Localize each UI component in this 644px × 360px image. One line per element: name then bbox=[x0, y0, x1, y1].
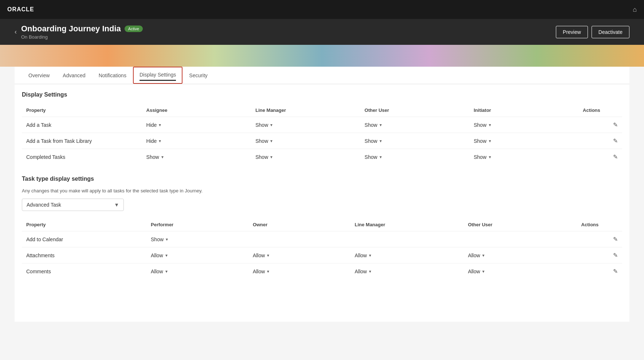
status-badge: Active bbox=[125, 26, 143, 32]
chevron-down-icon: ▾ bbox=[380, 122, 382, 128]
tt-col-owner: Owner bbox=[248, 218, 350, 231]
content-area: Display Settings Property Assignee Line … bbox=[15, 84, 629, 297]
ds-otheruser-0[interactable]: Show ▾ bbox=[360, 117, 470, 133]
ds-assignee-2[interactable]: Show ▾ bbox=[142, 149, 251, 165]
preview-button[interactable]: Preview bbox=[556, 26, 588, 38]
ds-property-0: Add a Task bbox=[22, 117, 142, 133]
ds-actions-2: ✎ bbox=[578, 149, 622, 165]
tt-linemanager-0 bbox=[350, 231, 464, 247]
tt-col-linemanager: Line Manager bbox=[350, 218, 464, 231]
tt-linemanager-1[interactable]: Allow ▾ bbox=[350, 247, 464, 263]
ds-actions-0: ✎ bbox=[578, 117, 622, 133]
home-icon[interactable]: ⌂ bbox=[633, 6, 637, 13]
back-button[interactable]: ‹ bbox=[15, 28, 17, 36]
ds-otheruser-1[interactable]: Show ▾ bbox=[360, 133, 470, 149]
tt-owner-2[interactable]: Allow ▾ bbox=[248, 263, 350, 279]
ds-linemanager-0[interactable]: Show ▾ bbox=[251, 117, 360, 133]
tt-actions-2: ✎ bbox=[577, 263, 622, 279]
ds-property-2: Completed Tasks bbox=[22, 149, 142, 165]
display-settings-row: Add a Task Hide ▾ Show ▾ Show ▾ Show ▾ bbox=[22, 117, 622, 133]
chevron-down-icon: ▾ bbox=[489, 122, 491, 128]
chevron-down-icon: ▾ bbox=[489, 138, 491, 144]
task-type-description: Any changes that you make will apply to … bbox=[22, 188, 622, 193]
ds-otheruser-2[interactable]: Show ▾ bbox=[360, 149, 470, 165]
chevron-down-icon: ▾ bbox=[380, 138, 382, 144]
ds-assignee-0[interactable]: Hide ▾ bbox=[142, 117, 251, 133]
deactivate-button[interactable]: Deactivate bbox=[592, 26, 629, 38]
task-type-dropdown-value: Advanced Task bbox=[27, 202, 61, 208]
task-type-table: Property Performer Owner Line Manager Ot… bbox=[22, 218, 622, 279]
chevron-down-icon: ▾ bbox=[161, 154, 164, 160]
ds-initiator-1[interactable]: Show ▾ bbox=[469, 133, 578, 149]
edit-icon[interactable]: ✎ bbox=[613, 138, 618, 144]
tt-otheruser-2[interactable]: Allow ▾ bbox=[464, 263, 577, 279]
tab-security[interactable]: Security bbox=[182, 67, 214, 84]
page-title-block: Onboarding Journey India Active On Board… bbox=[21, 24, 143, 40]
edit-icon[interactable]: ✎ bbox=[613, 268, 618, 274]
ds-initiator-0[interactable]: Show ▾ bbox=[469, 117, 578, 133]
display-settings-title: Display Settings bbox=[22, 91, 622, 98]
chevron-down-icon: ▾ bbox=[369, 269, 371, 274]
page-header-left: ‹ Onboarding Journey India Active On Boa… bbox=[15, 24, 143, 40]
tt-col-actions: Actions bbox=[577, 218, 622, 231]
tt-owner-1[interactable]: Allow ▾ bbox=[248, 247, 350, 263]
edit-icon[interactable]: ✎ bbox=[613, 236, 618, 242]
page-header: ‹ Onboarding Journey India Active On Boa… bbox=[0, 19, 644, 45]
tt-col-otheruser: Other User bbox=[464, 218, 577, 231]
tt-performer-2[interactable]: Allow ▾ bbox=[146, 263, 248, 279]
chevron-down-icon: ▾ bbox=[165, 269, 168, 274]
edit-icon[interactable]: ✎ bbox=[613, 154, 618, 160]
display-settings-row: Add a Task from Task Library Hide ▾ Show… bbox=[22, 133, 622, 149]
tt-owner-0 bbox=[248, 231, 350, 247]
chevron-down-icon: ▾ bbox=[270, 138, 272, 144]
main-content: Overview Advanced Notifications Display … bbox=[15, 67, 629, 322]
page-title: Onboarding Journey India Active bbox=[21, 24, 143, 34]
tab-overview[interactable]: Overview bbox=[22, 67, 56, 84]
ds-actions-1: ✎ bbox=[578, 133, 622, 149]
ds-assignee-1[interactable]: Hide ▾ bbox=[142, 133, 251, 149]
chevron-down-icon: ▾ bbox=[267, 269, 269, 274]
tt-property-0: Add to Calendar bbox=[22, 231, 146, 247]
col-header-linemanager: Line Manager bbox=[251, 104, 360, 117]
ds-linemanager-2[interactable]: Show ▾ bbox=[251, 149, 360, 165]
page-title-text: Onboarding Journey India bbox=[21, 24, 121, 34]
task-type-dropdown[interactable]: Advanced Task ▼ bbox=[22, 199, 124, 211]
display-settings-row: Completed Tasks Show ▾ Show ▾ Show ▾ Sho… bbox=[22, 149, 622, 165]
tt-col-property: Property bbox=[22, 218, 146, 231]
col-header-assignee: Assignee bbox=[142, 104, 251, 117]
tt-otheruser-1[interactable]: Allow ▾ bbox=[464, 247, 577, 263]
task-type-title: Task type display settings bbox=[22, 176, 622, 182]
tab-display-settings[interactable]: Display Settings bbox=[133, 67, 182, 84]
chevron-down-icon: ▾ bbox=[267, 253, 269, 258]
chevron-down-icon: ▾ bbox=[165, 253, 168, 258]
col-header-property: Property bbox=[22, 104, 142, 117]
chevron-down-icon: ▾ bbox=[482, 253, 484, 258]
tabs-bar: Overview Advanced Notifications Display … bbox=[15, 67, 629, 84]
tab-notifications[interactable]: Notifications bbox=[92, 67, 133, 84]
tt-performer-1[interactable]: Allow ▾ bbox=[146, 247, 248, 263]
edit-icon[interactable]: ✎ bbox=[613, 252, 618, 258]
chevron-down-icon: ▾ bbox=[270, 154, 272, 160]
top-bar: ORACLE ⌂ bbox=[0, 0, 644, 19]
banner-image bbox=[0, 45, 644, 67]
chevron-down-icon: ▾ bbox=[369, 253, 371, 258]
chevron-down-icon: ▾ bbox=[380, 154, 382, 160]
task-type-row: Attachments Allow ▾ Allow ▾ Allow ▾ Allo… bbox=[22, 247, 622, 263]
display-settings-table: Property Assignee Line Manager Other Use… bbox=[22, 104, 622, 165]
tab-advanced[interactable]: Advanced bbox=[56, 67, 92, 84]
ds-initiator-2[interactable]: Show ▾ bbox=[469, 149, 578, 165]
col-header-initiator: Initiator bbox=[469, 104, 578, 117]
task-type-section: Task type display settings Any changes t… bbox=[22, 176, 622, 279]
chevron-down-icon: ▾ bbox=[159, 138, 161, 144]
tt-otheruser-0 bbox=[464, 231, 577, 247]
tt-linemanager-2[interactable]: Allow ▾ bbox=[350, 263, 464, 279]
tt-col-performer: Performer bbox=[146, 218, 248, 231]
ds-linemanager-1[interactable]: Show ▾ bbox=[251, 133, 360, 149]
tt-actions-1: ✎ bbox=[577, 247, 622, 263]
chevron-down-icon: ▾ bbox=[166, 237, 168, 242]
tt-performer-0[interactable]: Show ▾ bbox=[146, 231, 248, 247]
chevron-down-icon: ▼ bbox=[114, 202, 119, 208]
edit-icon[interactable]: ✎ bbox=[613, 122, 618, 128]
tt-actions-0: ✎ bbox=[577, 231, 622, 247]
chevron-down-icon: ▾ bbox=[482, 269, 484, 274]
